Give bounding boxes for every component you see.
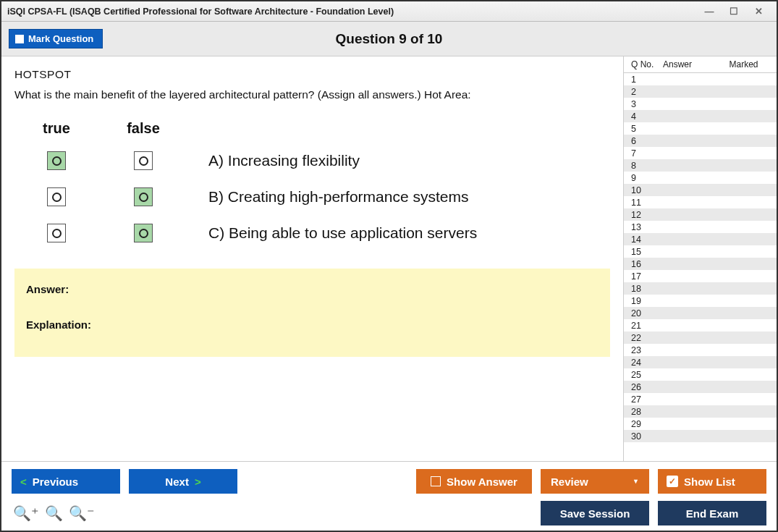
nav-header-answer: Answer <box>663 59 715 69</box>
navigator-row-number: 10 <box>631 185 663 195</box>
radio-c-true[interactable] <box>47 224 66 242</box>
navigator-row[interactable]: 23 <box>624 344 777 356</box>
navigator-row[interactable]: 12 <box>624 208 777 221</box>
navigator-row-number: 19 <box>631 296 663 306</box>
navigator-row[interactable]: 3 <box>624 98 777 110</box>
navigator-row-number: 25 <box>631 370 663 380</box>
review-button[interactable]: Review ▼ <box>541 469 649 494</box>
navigator-row[interactable]: 30 <box>624 430 777 442</box>
navigator-row-number: 6 <box>631 136 663 146</box>
navigator-row-number: 24 <box>631 358 663 368</box>
navigator-row[interactable]: 1 <box>624 73 777 85</box>
window-maximize-icon[interactable]: ☐ <box>722 6 746 17</box>
navigator-row-number: 26 <box>631 382 663 392</box>
radio-a-false[interactable] <box>134 151 153 170</box>
question-panel: HOTSPOT What is the main benefit of the … <box>1 56 623 461</box>
show-answer-button[interactable]: Show Answer <box>416 469 532 494</box>
navigator-row-number: 3 <box>631 99 663 109</box>
navigator-row[interactable]: 28 <box>624 405 777 418</box>
question-counter: Question 9 of 10 <box>336 31 443 47</box>
navigator-row-number: 8 <box>631 161 663 171</box>
navigator-row-number: 1 <box>631 75 663 85</box>
show-list-label: Show List <box>684 476 735 488</box>
hotspot-row: A) Increasing flexibility <box>35 151 610 170</box>
answer-box: Answer: Explanation: <box>14 269 610 357</box>
show-answer-label: Show Answer <box>447 476 517 488</box>
navigator-row-number: 9 <box>631 173 663 183</box>
navigator-row[interactable]: 29 <box>624 418 777 430</box>
navigator-row[interactable]: 5 <box>624 122 777 135</box>
navigator-row-number: 18 <box>631 284 663 294</box>
mark-question-button[interactable]: Mark Question <box>9 29 103 48</box>
navigator-row[interactable]: 6 <box>624 135 777 147</box>
question-type-label: HOTSPOT <box>14 68 610 81</box>
titlebar: iSQI CPSA-FL (ISAQB Certified Profession… <box>1 1 777 22</box>
navigator-row[interactable]: 14 <box>624 233 777 245</box>
navigator-row[interactable]: 15 <box>624 245 777 258</box>
navigator-row[interactable]: 25 <box>624 368 777 381</box>
navigator-row[interactable]: 13 <box>624 221 777 233</box>
save-session-button[interactable]: Save Session <box>541 501 649 525</box>
navigator-row[interactable]: 9 <box>624 172 777 184</box>
navigator-row[interactable]: 21 <box>624 319 777 332</box>
navigator-row[interactable]: 11 <box>624 196 777 208</box>
navigator-row-number: 13 <box>631 222 663 232</box>
mark-question-label: Mark Question <box>28 33 93 44</box>
question-text: What is the main benefit of the layered … <box>14 88 610 101</box>
show-list-button[interactable]: ✓ Show List <box>658 469 766 494</box>
navigator-row-number: 22 <box>631 333 663 343</box>
radio-c-false[interactable] <box>134 224 153 242</box>
navigator-row[interactable]: 2 <box>624 85 777 98</box>
explanation-label: Explanation: <box>26 318 599 331</box>
review-label: Review <box>551 476 588 488</box>
navigator-row[interactable]: 27 <box>624 393 777 405</box>
navigator-row[interactable]: 10 <box>624 184 777 196</box>
navigator-row-number: 21 <box>631 321 663 331</box>
checkmark-icon: ✓ <box>667 476 678 487</box>
navigator-row-number: 5 <box>631 124 663 134</box>
col-header-false: false <box>122 120 165 137</box>
navigator-header: Q No. Answer Marked <box>624 56 777 73</box>
window-close-icon[interactable]: ✕ <box>746 6 771 17</box>
radio-a-true[interactable] <box>47 151 66 170</box>
navigator-row[interactable]: 4 <box>624 110 777 122</box>
navigator-row-number: 14 <box>631 235 663 245</box>
option-b-label: B) Creating high-performance systems <box>208 188 468 206</box>
header-bar: Mark Question Question 9 of 10 <box>1 22 777 56</box>
end-exam-button[interactable]: End Exam <box>658 501 766 525</box>
navigator-row-number: 2 <box>631 87 663 97</box>
checkbox-icon <box>431 476 441 486</box>
navigator-row[interactable]: 26 <box>624 381 777 393</box>
dropdown-arrow-icon: ▼ <box>633 478 639 485</box>
navigator-row-number: 15 <box>631 247 663 257</box>
bottom-bar: < Previous Next > Show Answer Review ▼ ✓… <box>1 461 777 531</box>
navigator-row[interactable]: 8 <box>624 159 777 172</box>
navigator-row-number: 17 <box>631 271 663 282</box>
navigator-row-number: 29 <box>631 419 663 429</box>
previous-button[interactable]: < Previous <box>12 469 120 494</box>
navigator-row[interactable]: 18 <box>624 282 777 295</box>
navigator-row-number: 16 <box>631 259 663 269</box>
zoom-reset-icon[interactable]: 🔍 <box>45 504 63 522</box>
navigator-row[interactable]: 17 <box>624 270 777 282</box>
radio-b-false[interactable] <box>134 187 153 206</box>
zoom-out-icon[interactable]: 🔍⁻ <box>69 504 95 522</box>
navigator-row[interactable]: 19 <box>624 295 777 307</box>
navigator-row[interactable]: 7 <box>624 147 777 159</box>
navigator-row[interactable]: 24 <box>624 356 777 368</box>
navigator-list[interactable]: 1234567891011121314151617181920212223242… <box>624 73 777 461</box>
chevron-right-icon: > <box>195 476 201 488</box>
window-minimize-icon[interactable]: — <box>697 6 722 17</box>
navigator-row[interactable]: 22 <box>624 332 777 344</box>
navigator-row-number: 11 <box>631 198 663 208</box>
navigator-row[interactable]: 16 <box>624 258 777 270</box>
question-navigator: Q No. Answer Marked 12345678910111213141… <box>623 56 777 461</box>
hotspot-header-row: true false <box>35 120 610 137</box>
next-button[interactable]: Next > <box>129 469 237 494</box>
navigator-row-number: 7 <box>631 148 663 159</box>
navigator-row[interactable]: 20 <box>624 307 777 319</box>
zoom-in-icon[interactable]: 🔍⁺ <box>13 504 39 522</box>
hotspot-row: C) Being able to use application servers <box>35 224 610 242</box>
radio-b-true[interactable] <box>47 187 66 206</box>
option-a-label: A) Increasing flexibility <box>208 152 360 169</box>
